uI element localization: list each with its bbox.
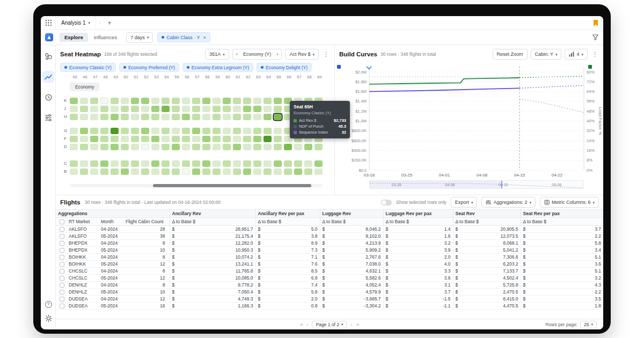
seat-58C[interactable]: [202, 160, 210, 167]
seat-60J[interactable]: [223, 106, 231, 112]
row-checkbox[interactable]: [60, 241, 64, 246]
apps-grid-icon[interactable]: [45, 19, 52, 26]
seat-67C[interactable]: [294, 160, 302, 167]
table-row[interactable]: BHEPDX04-20248$12,282.0$8.9$4,213.9$3.2$…: [56, 240, 603, 247]
seat-46F[interactable]: [80, 136, 88, 142]
seat-56K[interactable]: [182, 98, 190, 104]
seat-57F[interactable]: [192, 136, 200, 142]
table-row[interactable]: AKLSFO04-202428$28,951.7$5.0$8,046.2$1.4…: [56, 226, 603, 233]
seat-62G[interactable]: [243, 128, 251, 134]
seat-64J[interactable]: [264, 106, 272, 112]
seat-63B[interactable]: [253, 168, 261, 175]
seat-56C[interactable]: [182, 160, 190, 167]
seat-49K[interactable]: [111, 98, 119, 104]
seat-47B[interactable]: [90, 168, 98, 175]
seat-55D[interactable]: [172, 144, 180, 150]
seat-48K[interactable]: [100, 98, 108, 104]
seat-53G[interactable]: [151, 128, 159, 134]
seat-55J[interactable]: [172, 106, 180, 112]
show-selected-toggle[interactable]: [381, 200, 392, 205]
tab-caret-icon[interactable]: ▾: [89, 21, 91, 25]
seat-54D[interactable]: [162, 144, 170, 150]
seat-63F[interactable]: [253, 136, 261, 142]
help-icon[interactable]: ?: [42, 298, 54, 310]
seat-67D[interactable]: [294, 144, 302, 150]
seat-54B[interactable]: [162, 168, 170, 175]
seat-58F[interactable]: [202, 136, 210, 142]
seat-47J[interactable]: [90, 106, 98, 112]
bookmark-icon[interactable]: [592, 19, 599, 27]
seat-62D[interactable]: [243, 144, 251, 150]
seat-63K[interactable]: [253, 98, 261, 104]
seat-45G[interactable]: [70, 128, 78, 134]
seat-58H[interactable]: [202, 114, 210, 120]
seat-60H[interactable]: [223, 114, 231, 120]
seat-57J[interactable]: [192, 106, 200, 112]
seat-69C[interactable]: [314, 160, 323, 167]
seat-53J[interactable]: [151, 106, 159, 112]
row-checkbox[interactable]: [60, 269, 64, 274]
seat-46G[interactable]: [80, 128, 88, 134]
seat-56H[interactable]: [182, 114, 190, 120]
seat-60K[interactable]: [223, 98, 231, 104]
table-row[interactable]: BOIHKK04-20248$10,074.2$7.1$2,767.6$2.0$…: [56, 254, 603, 261]
row-checkbox[interactable]: [60, 304, 64, 308]
seat-64B[interactable]: [264, 168, 272, 175]
pager-prev-icon[interactable]: ‹: [233, 52, 241, 57]
seat-51K[interactable]: [131, 98, 139, 104]
seat-49C[interactable]: [111, 160, 119, 167]
reset-zoom-button[interactable]: Reset Zoom: [493, 49, 528, 60]
seat-56D[interactable]: [182, 144, 190, 150]
seat-62B[interactable]: [243, 168, 251, 175]
seat-54H[interactable]: [162, 114, 170, 120]
chart-range-selector[interactable]: 03-2504-0804-2205-06: [369, 180, 584, 189]
seat-68D[interactable]: [304, 144, 312, 150]
seat-48B[interactable]: [100, 168, 108, 175]
seat-51J[interactable]: [131, 106, 139, 112]
seat-64F[interactable]: [264, 136, 272, 142]
seat-48C[interactable]: [100, 160, 108, 167]
seat-62H[interactable]: [243, 114, 251, 120]
seat-61D[interactable]: [233, 144, 241, 150]
app-logo[interactable]: [45, 33, 53, 41]
seat-53H[interactable]: [151, 114, 159, 120]
table-row[interactable]: BOIHKK05-202412$13,241.1$7.6$7,038.0$4.0…: [56, 261, 603, 268]
seat-52K[interactable]: [141, 98, 149, 104]
seat-50K[interactable]: [121, 98, 129, 104]
seat-54G[interactable]: [162, 128, 170, 134]
seat-49D[interactable]: [111, 144, 119, 150]
seat-59J[interactable]: [213, 106, 221, 112]
seat-58D[interactable]: [202, 144, 210, 150]
seat-47G[interactable]: [90, 128, 98, 134]
seat-53C[interactable]: [151, 160, 159, 167]
seat-59F[interactable]: [213, 136, 221, 142]
pager-next-icon[interactable]: ›: [273, 52, 281, 57]
seat-58G[interactable]: [202, 128, 210, 134]
seat-57K[interactable]: [192, 98, 200, 104]
seat-57B[interactable]: [192, 168, 200, 175]
seat-46B[interactable]: [80, 168, 88, 175]
table-row[interactable]: DUDSEA04-202412$4,749.3$2.0$-3,665.7$-1.…: [56, 296, 603, 303]
row-checkbox[interactable]: [60, 255, 64, 260]
aircraft-select[interactable]: 351A ▾: [205, 49, 229, 60]
metric-select[interactable]: Act Rev $ ▾: [285, 49, 319, 60]
filter-funnel-icon[interactable]: [592, 34, 599, 41]
seat-48H[interactable]: [100, 114, 108, 120]
seat-64G[interactable]: [264, 128, 272, 134]
seat-65H[interactable]: [274, 114, 282, 120]
seat-56J[interactable]: [182, 106, 190, 112]
nav-history-icon[interactable]: [42, 91, 54, 103]
seat-57H[interactable]: [192, 114, 200, 120]
seat-55B[interactable]: [172, 168, 180, 175]
page-select[interactable]: Page 1 of 2 ▾: [312, 321, 347, 328]
seat-48J[interactable]: [100, 106, 108, 112]
build-curves-chart[interactable]: $2.0M80%$1.8M72%$1.6M64%$1.4M56%$1.2M48%…: [335, 64, 603, 178]
seat-53B[interactable]: [151, 168, 159, 175]
seat-64H[interactable]: [264, 114, 272, 120]
export-button[interactable]: Export ▾: [451, 197, 478, 208]
scrollbar-thumb[interactable]: [153, 184, 311, 187]
seat-63D[interactable]: [253, 144, 261, 150]
seat-60D[interactable]: [223, 144, 231, 150]
seat-65G[interactable]: [274, 128, 282, 134]
seat-63G[interactable]: [253, 128, 261, 134]
